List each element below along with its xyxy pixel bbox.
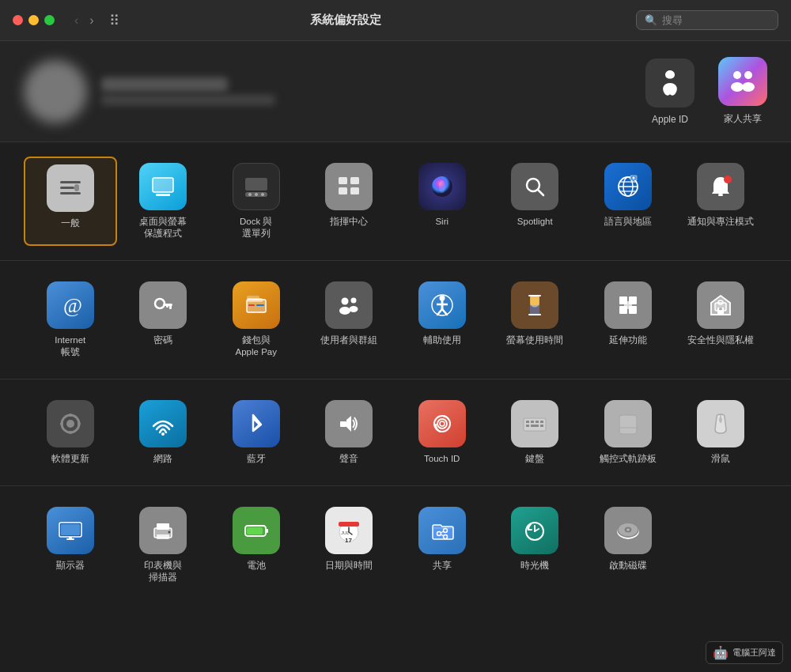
pref-sound[interactable]: 聲音: [303, 394, 396, 471]
icon-grid-1: 一般 桌面與螢幕保護程式: [24, 157, 767, 246]
pref-dock[interactable]: Dock 與選單列: [210, 157, 303, 246]
pref-extensions[interactable]: 延伸功能: [581, 275, 675, 364]
pref-trackpad[interactable]: 觸控式軌跡板: [581, 394, 675, 471]
pref-displays[interactable]: 顯示器: [24, 500, 117, 590]
pref-general[interactable]: 一般: [24, 157, 117, 246]
svg-point-43: [339, 307, 350, 315]
pref-users[interactable]: 使用者與群組: [303, 275, 396, 364]
svg-rect-82: [531, 425, 539, 427]
screentime-icon: [511, 281, 558, 329]
profile-email-blur: [101, 95, 275, 105]
svg-point-20: [439, 180, 445, 193]
profile-name-blur: [101, 77, 228, 92]
pref-internet[interactable]: @ Internet帳號: [24, 275, 117, 364]
svg-rect-91: [69, 537, 72, 539]
pref-keyboard[interactable]: 鍵盤: [489, 394, 582, 471]
bluetooth-icon: [233, 400, 280, 447]
pref-softwareupdate[interactable]: 軟體更新: [24, 394, 117, 471]
svg-line-22: [538, 190, 543, 195]
apple-id-item[interactable]: Apple ID: [645, 59, 694, 125]
svg-rect-10: [245, 178, 267, 191]
svg-rect-55: [528, 314, 541, 315]
svg-rect-79: [536, 421, 539, 423]
pref-siri[interactable]: Siri: [396, 157, 489, 246]
family-icon: [718, 57, 767, 106]
svg-rect-35: [169, 305, 172, 309]
profile-right: Apple ID 家人共享: [645, 57, 767, 126]
pref-spotlight[interactable]: Spotlight: [489, 157, 582, 246]
search-box[interactable]: 🔍: [636, 10, 778, 30]
family-sharing-label: 家人共享: [724, 112, 762, 126]
datetime-icon: 17 JUL: [325, 507, 373, 554]
svg-point-1: [744, 71, 752, 79]
pref-desktop[interactable]: 桌面與螢幕保護程式: [117, 157, 210, 246]
pref-passwords[interactable]: 密碼: [117, 275, 210, 364]
watermark: 🤖 電腦王阿達: [706, 641, 783, 664]
svg-rect-84: [619, 415, 637, 434]
svg-point-14: [261, 193, 264, 196]
pref-datetime[interactable]: 17 JUL 日期與時間: [303, 500, 396, 590]
section-3: 軟體更新 網路 藍: [0, 379, 791, 486]
icon-grid-4: 顯示器 印表機與掃描器: [24, 500, 767, 590]
pref-sharing[interactable]: 共享: [396, 500, 489, 590]
printers-icon: [139, 507, 187, 554]
family-sharing-item[interactable]: 家人共享: [718, 57, 767, 126]
pref-printers[interactable]: 印表機與掃描器: [117, 500, 210, 590]
extensions-icon: [604, 281, 652, 329]
siri-label: Siri: [435, 216, 448, 228]
svg-rect-89: [61, 524, 80, 535]
mission-label: 指揮中心: [330, 216, 368, 228]
svg-text:@: @: [63, 294, 82, 317]
svg-rect-60: [624, 301, 632, 309]
pref-mouse[interactable]: 滑鼠: [675, 394, 768, 471]
svg-point-87: [719, 417, 722, 422]
battery-label: 電池: [247, 560, 266, 572]
svg-rect-67: [69, 413, 71, 417]
general-icon: [47, 164, 94, 212]
svg-rect-30: [718, 194, 723, 196]
titlebar: ‹ › ⠿ 系統偏好設定 🔍: [0, 0, 791, 41]
svg-point-3: [742, 82, 755, 92]
pref-wallet[interactable]: 錢包與Apple Pay: [210, 275, 303, 364]
search-input[interactable]: [662, 14, 765, 26]
battery-icon: [233, 507, 280, 554]
softwareupdate-icon: [47, 400, 94, 447]
svg-rect-7: [60, 192, 81, 194]
svg-rect-81: [526, 425, 529, 427]
touchid-label: Touch ID: [424, 453, 460, 465]
pref-accessibility[interactable]: 輔助使用: [396, 275, 489, 364]
svg-rect-70: [78, 422, 81, 425]
passwords-icon: [139, 281, 187, 329]
accessibility-icon: [418, 281, 466, 329]
pref-security[interactable]: 安全性與隱私權: [675, 275, 768, 364]
profile-info: [101, 77, 275, 105]
pref-timemachine[interactable]: 時光機: [489, 500, 582, 590]
page-title: 系統偏好設定: [66, 13, 626, 28]
close-button[interactable]: [13, 15, 23, 25]
section-2: @ Internet帳號 密碼: [0, 261, 791, 379]
pref-language[interactable]: 語言與地區: [581, 157, 675, 246]
svg-rect-15: [339, 177, 347, 184]
printers-label: 印表機與掃描器: [144, 560, 182, 583]
pref-battery[interactable]: 電池: [210, 500, 303, 590]
pref-notifications[interactable]: 通知與專注模式: [675, 157, 768, 246]
pref-startup[interactable]: 啟動磁碟: [581, 500, 675, 590]
svg-point-44: [351, 297, 357, 303]
bluetooth-label: 藍牙: [247, 453, 266, 465]
security-icon: [697, 281, 744, 329]
svg-point-46: [439, 295, 445, 300]
screentime-label: 螢幕使用時間: [506, 334, 563, 346]
pref-network[interactable]: 網路: [117, 394, 210, 471]
spotlight-label: Spotlight: [517, 216, 553, 228]
security-label: 安全性與隱私權: [687, 334, 754, 346]
pref-mission[interactable]: 指揮中心: [303, 157, 396, 246]
icon-grid-2: @ Internet帳號 密碼: [24, 275, 767, 364]
minimize-button[interactable]: [28, 15, 39, 25]
apple-id-label: Apple ID: [652, 114, 688, 125]
fullscreen-button[interactable]: [44, 15, 55, 25]
pref-screentime[interactable]: 螢幕使用時間: [489, 275, 582, 364]
pref-bluetooth[interactable]: 藍牙: [210, 394, 303, 471]
pref-touchid[interactable]: Touch ID: [396, 394, 489, 471]
passwords-label: 密碼: [153, 334, 172, 346]
svg-point-2: [731, 82, 744, 92]
